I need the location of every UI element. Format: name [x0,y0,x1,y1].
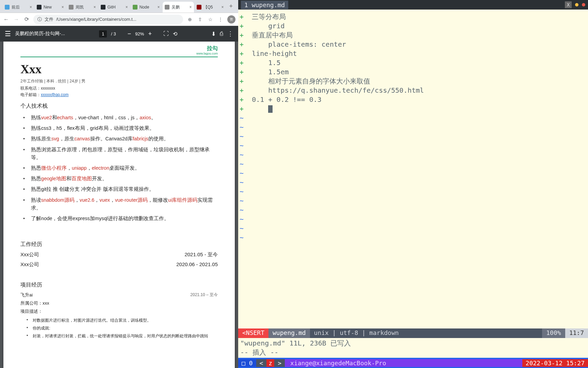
editor-line: + grid [240,21,587,31]
reload-button[interactable]: ⟳ [23,16,30,23]
rotate-icon[interactable]: ⟲ [173,31,177,37]
close-icon[interactable]: × [30,5,32,10]
pdf-toolbar: ☰ 吴鹏程的简历-拉勾网-... 1 / 3 − 92% + ⛶ ⟲ ⬇ ⎙ ⋮ [0,26,238,42]
menu-icon[interactable]: ☰ [5,30,11,38]
forward-button[interactable]: → [13,16,20,23]
tab-label: New [44,5,52,10]
list-item: 熟练css3，h5，flex布局，grid布局，动画过渡等效果。 [20,123,218,134]
share-icon[interactable]: ⇧ [197,16,203,23]
url-input[interactable]: ⓘ 文件 /Users/xiange/Library/Containers/co… [33,15,183,24]
list-item: 熟悉geogle地图和百度地图开发。 [20,173,218,184]
browser-tab[interactable]: 前后× [3,2,34,13]
tab-label: 【Q5 [203,4,213,10]
close-icon[interactable]: × [158,5,160,10]
list-item: 熟悉微信小程序，uniapp，electron桌面端开发。 [20,163,218,173]
proj-period: 2021.10 – 至今 [190,292,218,298]
browser-tab[interactable]: GitH× [99,2,130,13]
page-input[interactable]: 1 [99,30,107,37]
list-item: 熟练原生svg，原生canvas操作。Canvas2d库fabricjs的使用。 [20,134,218,144]
download-icon[interactable]: ⬇ [211,31,216,37]
browser-tab[interactable]: Node× [131,2,162,13]
list-item: 对数据图片进行标注，对图片源进行迭代。结合算法，训练模型。 [20,317,218,324]
favicon [133,5,137,10]
pdf-viewport[interactable]: 拉勾 www.lagou.com Xxx 2年工作经验 | 本科 . 统招 | … [0,42,238,368]
tab-label: GitH [108,5,116,10]
list-item: 熟悉git拉 推 创建分支 冲突合并 版本回退等常规操作。 [20,184,218,195]
empty-line: ~ [240,132,587,141]
zoom-in-button[interactable]: + [148,30,152,37]
new-tab-button[interactable]: + [226,3,235,10]
email-link[interactable]: xxxxx@qq.com [41,92,69,97]
proj-name: 飞升ai [20,292,33,298]
tab-label: 前后 [12,4,20,10]
list-item: 了解node，会使用express加mysql进行基础的增删改查工作。 [20,213,218,224]
window-stop-icon[interactable] [582,3,585,6]
favicon [101,5,105,10]
tmux-pane-z[interactable]: z [266,359,274,367]
fit-icon[interactable]: ⛶ [163,31,169,37]
job-row: Xxx公司2020.06 - 2021.05 [20,261,218,268]
editor-line: + 相对于元素自身的字体大小来取值 [240,77,587,86]
empty-line: ~ [240,178,587,187]
address-bar: ← → ⟳ ⓘ 文件 /Users/xiange/Library/Contain… [0,13,238,26]
cursor [268,105,273,113]
proj-bullets: 对数据图片进行标注，对图片源进行迭代。结合算法，训练模型。你的成就:封装，对请求… [20,317,218,340]
browser-tab-strip: 前后×New×周凯×GitH×Node×吴鹏×【Q5×+ [0,0,238,13]
editor-line: + 三等分布局 [240,12,587,21]
resume-phone: 联系电话：xxxxxxx [20,86,218,91]
empty-line: ~ [240,150,587,159]
favicon [5,5,10,10]
editor-tab[interactable]: 1 wupeng.md [241,1,288,9]
tmux-window-idx[interactable]: □ 0 [238,359,256,367]
browser-tab[interactable]: New× [35,2,66,13]
more-icon[interactable]: ⋮ [227,30,233,37]
browser-tab[interactable]: 周凯× [67,2,98,13]
tmux-datetime: 2022-03-12 15:27 [522,359,588,367]
extensions-icon[interactable]: ⋮ [217,16,224,23]
zoom-out-button[interactable]: − [128,30,131,37]
list-item: 熟读snabbdom源码，vue2.6，vuex，vue-router源码，能修… [20,195,218,213]
empty-line: ~ [240,159,587,169]
bookmark-icon[interactable]: ☆ [207,16,214,23]
editor-line: + line-height [240,49,587,58]
vim-status-line: <NSERT wupeng.md unix | utf-8 | markdown… [238,328,588,338]
window-close-icon[interactable]: X [565,1,572,8]
list-item: 熟悉浏览器工作原理，闭包原理，原型链，作用域链，垃圾回收机制，原型继承等。 [20,144,218,163]
msg-line-2: -- 插入 -- [240,348,586,357]
tmux-status-line: □ 0 < z > xiange@xiangedeMacBook-Pro 202… [238,358,588,368]
window-minimize-icon[interactable] [575,3,578,6]
tmux-sep2: > [274,359,285,367]
zoom-icon[interactable]: ⊕ [186,16,193,23]
editor-area[interactable]: + 三等分布局+ grid+ 垂直居中布局+ place-items: cent… [238,10,588,328]
empty-line: ~ [240,169,587,178]
close-icon[interactable]: × [94,5,96,10]
file-icon: ⓘ [37,16,42,22]
empty-line: ~ [240,215,587,224]
editor-line: + place-items: center [240,40,587,49]
close-icon[interactable]: × [126,5,128,10]
editor-line: + 垂直居中布局 [240,31,587,40]
back-button[interactable]: ← [3,16,10,23]
empty-line: ~ [240,233,587,242]
url-proto: 文件 [45,16,53,22]
close-icon[interactable]: × [221,5,224,10]
print-icon[interactable]: ⎙ [220,31,223,37]
close-icon[interactable]: × [62,5,64,10]
browser-tab[interactable]: 【Q5× [195,2,226,13]
status-file: wupeng.md [268,328,310,338]
profile-avatar[interactable]: 资 [227,15,235,24]
close-icon[interactable]: × [190,5,192,10]
empty-line: ~ [240,141,587,150]
skills-list: 熟练vue2和echarts，vue-chart，html，css，js，axi… [20,112,218,224]
editor-line: + 0.1 + 0.2 !== 0.3 [240,95,587,104]
url-path: /Users/xiange/Library/Containers/com.t..… [56,17,136,22]
stack-heading: 个人技术栈 [20,103,218,110]
empty-line: ~ [240,187,587,196]
empty-line: ~ [240,113,587,123]
tab-label: 吴鹏 [172,4,180,10]
empty-line: ~ [240,205,587,215]
browser-tab[interactable]: 吴鹏× [163,2,194,13]
logo: 拉勾 [207,45,218,51]
proj-desc-label: 项目描述： [20,308,218,315]
status-pct: 100% [542,328,565,338]
